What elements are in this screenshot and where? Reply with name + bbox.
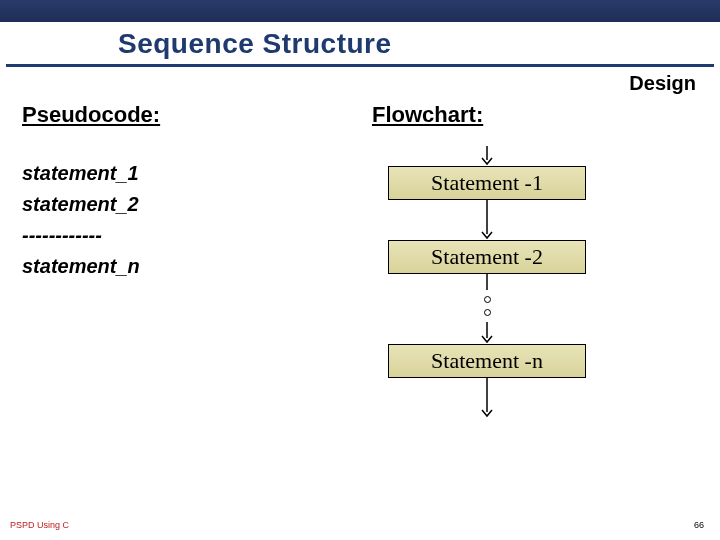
page-number: 66 bbox=[694, 520, 704, 530]
flowchart-box: Statement -1 bbox=[388, 166, 586, 200]
pseudocode-list: statement_1 statement_2 ------------ sta… bbox=[22, 158, 342, 282]
flowchart-box: Statement -n bbox=[388, 344, 586, 378]
title-area: Sequence Structure bbox=[0, 22, 720, 60]
corner-label: Design bbox=[629, 72, 696, 95]
flowchart-diagram: Statement -1 Statement -2 bbox=[372, 146, 602, 418]
arrow-down-icon bbox=[388, 146, 586, 166]
arrow-down-icon bbox=[388, 322, 586, 344]
flowchart-box: Statement -2 bbox=[388, 240, 586, 274]
header-band bbox=[0, 0, 720, 22]
footer-source: PSPD Using C bbox=[10, 520, 69, 530]
pseudocode-line: ------------ bbox=[22, 220, 342, 251]
pseudocode-line: statement_1 bbox=[22, 158, 342, 189]
flowchart-column: Flowchart: Statement -1 Statement -2 bbox=[372, 102, 672, 418]
pseudocode-line: statement_n bbox=[22, 251, 342, 282]
flowchart-heading: Flowchart: bbox=[372, 102, 672, 128]
arrow-down-icon bbox=[388, 274, 586, 292]
pseudocode-line: statement_2 bbox=[22, 189, 342, 220]
slide-title: Sequence Structure bbox=[118, 28, 720, 60]
pseudocode-column: Pseudocode: statement_1 statement_2 ----… bbox=[22, 102, 342, 282]
arrow-down-icon bbox=[388, 378, 586, 418]
ellipsis-icon bbox=[388, 296, 586, 316]
title-rule bbox=[6, 64, 714, 67]
pseudocode-heading: Pseudocode: bbox=[22, 102, 342, 128]
arrow-down-icon bbox=[388, 200, 586, 240]
